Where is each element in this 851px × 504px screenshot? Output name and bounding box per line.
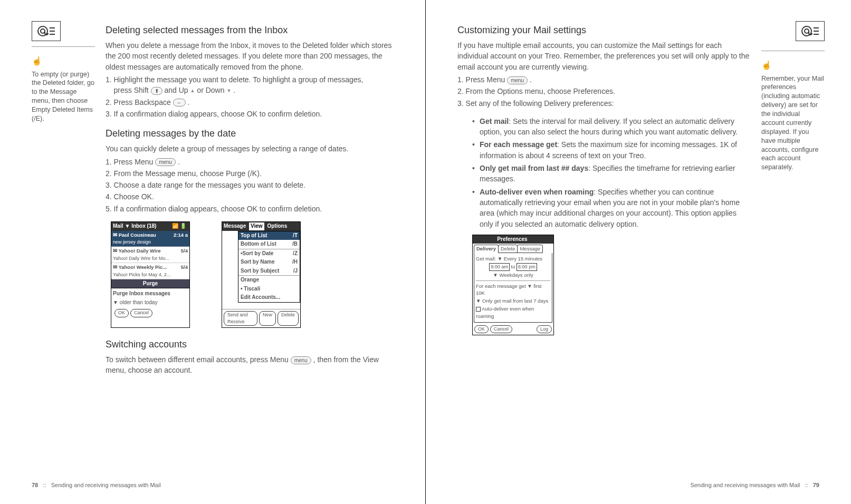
steps-customizing: 1. Press Menu menu . 2. From the Options… <box>457 74 751 109</box>
screenshot-purge-inbox: Mail ▼ Inbox (18) 📶 🔋 ✉ Paul Cousineau 2… <box>111 221 190 328</box>
left-tip-text: To empty (or purge) the Deleted folder, … <box>32 71 94 122</box>
menu-key-icon: menu <box>507 76 528 84</box>
steps-delete-by-date: 1. Press Menu menu . 2. From the Message… <box>106 157 399 214</box>
right-tip-text: Remember, your Mail preferences (includi… <box>761 75 824 171</box>
left-page: ☝ To empty (or purge) the Deleted folder… <box>0 0 425 504</box>
backspace-key-icon: ← <box>173 99 186 106</box>
up-arrow-icon: ▲ <box>190 88 195 94</box>
hand-pointer-icon: ☝ <box>32 55 95 67</box>
menu-key-icon: menu <box>291 356 311 364</box>
shift-key-icon: ⬆ <box>151 87 162 95</box>
ok-button[interactable]: OK <box>114 309 129 317</box>
left-footer: 78 :: Sending and receiving messages wit… <box>32 482 161 488</box>
mail-icon-box <box>32 21 61 41</box>
right-sidebar: ☝ Remember, your Mail preferences (inclu… <box>761 21 825 488</box>
cancel-button[interactable]: Cancel <box>490 325 512 333</box>
mail-icon-box <box>796 21 825 41</box>
menu-key-icon: menu <box>155 158 176 166</box>
left-content: Deleting selected messages from the Inbo… <box>106 21 399 488</box>
right-tip: ☝ Remember, your Mail preferences (inclu… <box>761 60 825 172</box>
right-footer: Sending and receiving messages with Mail… <box>690 482 819 488</box>
mail-at-icon <box>37 25 56 37</box>
mail-at-icon <box>801 25 820 37</box>
screenshot-preferences: Preferences ⓘ Delivery Delete Message Ge… <box>472 235 554 335</box>
left-sidebar: ☝ To empty (or purge) the Deleted folder… <box>32 21 95 488</box>
screenshot-row: Mail ▼ Inbox (18) 📶 🔋 ✉ Paul Cousineau 2… <box>111 221 399 328</box>
steps-delete-inbox: 1. Highlight the message you want to del… <box>106 74 399 119</box>
svg-point-6 <box>805 29 809 33</box>
paragraph-customizing-intro: If you have multiple email accounts, you… <box>457 40 751 72</box>
preference-bullets: Get mail: Sets the interval for mail del… <box>472 116 751 229</box>
ok-button[interactable]: OK <box>474 325 489 333</box>
left-tip: ☝ To empty (or purge) the Deleted folder… <box>32 55 95 123</box>
screenshot-view-menu: Message View Options Top of List/T Botto… <box>222 221 301 328</box>
down-arrow-icon: ▼ <box>226 88 231 94</box>
right-content: Customizing your Mail settings If you ha… <box>457 21 751 488</box>
heading-deleting-by-date: Deleting messages by the date <box>106 127 399 140</box>
heading-deleting-inbox: Deleting selected messages from the Inbo… <box>106 23 399 37</box>
paragraph-switching: To switch between different email accoun… <box>106 354 399 376</box>
heading-switching-accounts: Switching accounts <box>106 337 399 351</box>
svg-point-1 <box>41 29 45 33</box>
log-button[interactable]: Log <box>537 325 552 333</box>
right-page: Customizing your Mail settings If you ha… <box>426 0 851 504</box>
cancel-button[interactable]: Cancel <box>130 309 152 317</box>
heading-customizing: Customizing your Mail settings <box>457 23 751 37</box>
paragraph-delete-intro: When you delete a message from the Inbox… <box>106 40 399 72</box>
hand-pointer-icon: ☝ <box>761 60 825 71</box>
paragraph-date-intro: You can quickly delete a group of messag… <box>106 143 399 154</box>
